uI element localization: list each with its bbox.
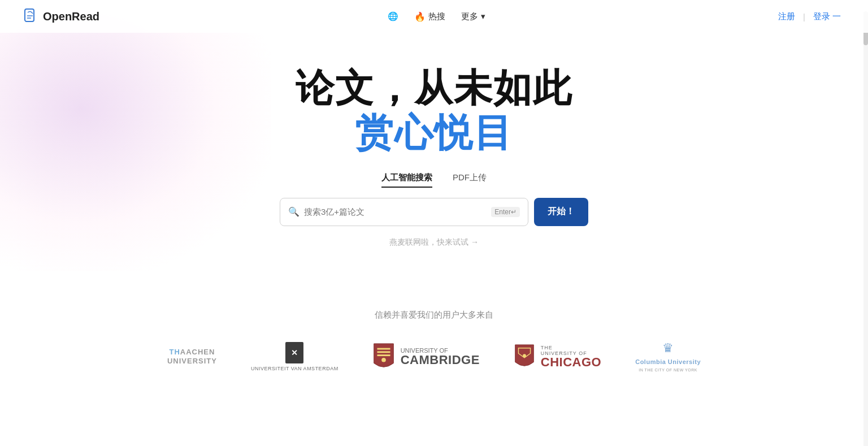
enter-badge: Enter↵ — [491, 207, 520, 217]
columbia-text: Columbia University — [635, 358, 701, 366]
svg-rect-3 — [377, 348, 390, 349]
hero-title-line1: 论文，从未如此 — [11, 67, 857, 109]
more-label: 更多 — [461, 11, 478, 22]
hero-section: 论文，从未如此 赏心悦目 人工智能搜索 PDF上传 🔍 Enter↵ 开始！ 燕… — [0, 33, 868, 265]
nav-more[interactable]: 更多 ▾ — [461, 11, 485, 22]
svg-rect-5 — [377, 354, 390, 356]
fire-icon: 🔥 — [414, 11, 426, 22]
search-icon: 🔍 — [288, 206, 300, 217]
list-item: THAACHEN UNIVERSITY — [167, 348, 217, 365]
login-button[interactable]: 登录 一 — [809, 9, 845, 24]
columbia-logo: ♛ Columbia University IN THE CITY OF NEW… — [635, 341, 701, 372]
amsterdam-text: Universiteit van Amsterdam — [251, 366, 338, 371]
trusted-section: 信赖并喜爱我们的用户大多来自 THAACHEN UNIVERSITY ✕ Uni… — [0, 310, 868, 406]
register-button[interactable]: 注册 — [774, 9, 800, 24]
nav-trending[interactable]: 🔥 热搜 — [414, 11, 445, 22]
tab-ai-search[interactable]: 人工智能搜索 — [381, 172, 432, 188]
svg-point-6 — [381, 358, 386, 362]
planet-icon: 🌐 — [388, 11, 398, 21]
columbia-sub-text: IN THE CITY OF NEW YORK — [639, 368, 697, 372]
trusted-label: 信赖并喜爱我们的用户大多来自 — [11, 310, 857, 321]
nav-right: 注册 | 登录 一 — [774, 9, 845, 24]
search-button[interactable]: 开始！ — [534, 198, 588, 226]
nav-planet-icon-link[interactable]: 🌐 — [388, 11, 398, 21]
cambridge-shield-icon — [372, 343, 395, 371]
nav-center: 🌐 🔥 热搜 更多 ▾ — [99, 11, 774, 22]
list-item: THE UNIVERSITY OF CHICAGO — [514, 344, 601, 370]
chicago-logo: THE UNIVERSITY OF CHICAGO — [514, 344, 601, 370]
trending-label: 热搜 — [428, 11, 445, 22]
amsterdam-logo: ✕ Universiteit van Amsterdam — [251, 342, 338, 371]
tab-pdf-upload[interactable]: PDF上传 — [453, 172, 487, 188]
university-logos: THAACHEN UNIVERSITY ✕ Universiteit van A… — [11, 341, 857, 372]
logo-text: OpenRead — [43, 10, 99, 23]
logo-icon — [23, 8, 40, 25]
list-item: UNIVERSITY OF CAMBRIDGE — [372, 343, 480, 371]
svg-rect-4 — [377, 351, 390, 353]
hero-title-line2: 赏心悦目 — [11, 110, 857, 154]
search-input[interactable] — [304, 207, 491, 216]
cambridge-logo: UNIVERSITY OF CAMBRIDGE — [372, 343, 480, 371]
th-aachen-logo: THAACHEN UNIVERSITY — [167, 348, 217, 365]
search-input-container: 🔍 Enter↵ — [280, 198, 528, 226]
chevron-down-icon: ▾ — [481, 11, 485, 21]
nav-divider: | — [803, 12, 805, 21]
list-item: ✕ Universiteit van Amsterdam — [251, 342, 338, 371]
list-item: ♛ Columbia University IN THE CITY OF NEW… — [635, 341, 701, 372]
search-tabs: 人工智能搜索 PDF上传 — [11, 172, 857, 188]
chicago-shield-icon — [514, 344, 535, 370]
amsterdam-shield-icon: ✕ — [285, 342, 303, 363]
hint-text: 燕麦联网啦，快来试试 → — [389, 237, 479, 246]
navbar: OpenRead 🌐 🔥 热搜 更多 ▾ 注册 | 登录 一 — [0, 0, 868, 33]
logo[interactable]: OpenRead — [23, 8, 99, 25]
svg-point-7 — [523, 354, 526, 357]
columbia-crown-icon: ♛ — [662, 341, 674, 356]
search-hint: 燕麦联网啦，快来试试 → — [11, 237, 857, 248]
search-bar-wrap: 🔍 Enter↵ 开始！ — [11, 198, 857, 226]
svg-rect-0 — [25, 9, 34, 21]
